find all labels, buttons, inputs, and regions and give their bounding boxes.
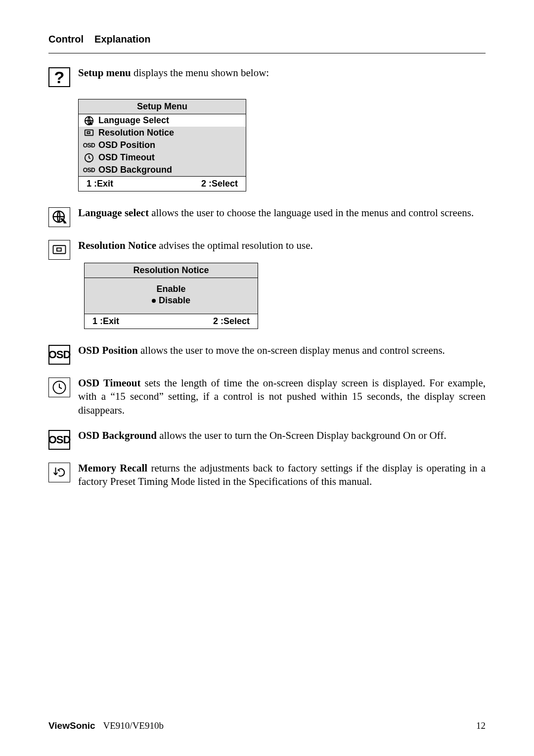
svg-rect-6	[57, 248, 61, 251]
section-language: Language select allows the user to choos…	[48, 206, 486, 227]
language-text: allows the user to choose the language u…	[149, 207, 474, 219]
setup-menu-title: Setup Menu	[79, 99, 246, 114]
menu-item-osd-position[interactable]: OSD OSD Position	[79, 139, 246, 151]
section-setup-menu: ? Setup menu displays the menu shown bel…	[48, 66, 486, 87]
footer-brand: ViewSonic	[48, 720, 95, 731]
setup-menu-text: displays the menu shown below:	[131, 67, 269, 79]
menu-item-language[interactable]: Language Select	[79, 114, 246, 127]
clock-icon	[48, 378, 70, 397]
language-bold: Language select	[78, 207, 149, 219]
section-osd-position: OSD OSD Position allows the user to move…	[48, 344, 486, 365]
menu-item-label: OSD Background	[98, 165, 172, 175]
resolution-text: advises the optimal resolution to use.	[156, 239, 313, 251]
menu-item-label: OSD Position	[98, 140, 155, 150]
menu-item-osd-timeout[interactable]: OSD Timeout	[79, 151, 246, 164]
resolution-menu-box: Resolution Notice Enable Disable 1 :Exit…	[84, 263, 258, 329]
globe-icon	[48, 207, 70, 227]
menu-item-osd-background[interactable]: OSD OSD Background	[79, 164, 246, 176]
section-memory-recall: Memory Recall returns the adjustments ba…	[48, 462, 486, 489]
osd-text-icon: OSD	[48, 345, 70, 365]
setup-menu-bold: Setup menu	[78, 67, 131, 79]
bullet-icon	[152, 299, 156, 303]
setup-menu-box: Setup Menu Language Select Resolution No…	[78, 99, 246, 191]
menu-footer-select[interactable]: 2 :Select	[213, 316, 250, 327]
menu-footer-exit[interactable]: 1 :Exit	[92, 316, 119, 327]
page-header: ControlExplanation	[48, 34, 486, 53]
resolution-enable[interactable]: Enable	[85, 284, 258, 294]
menu-footer-exit[interactable]: 1 :Exit	[87, 179, 113, 189]
section-osd-background: OSD OSD Background allows the user to tu…	[48, 429, 486, 450]
section-osd-timeout: OSD Timeout sets the length of time the …	[48, 377, 486, 417]
monitor-icon	[84, 128, 94, 138]
page-footer: ViewSonic VE910/VE910b 12	[48, 720, 486, 731]
resolution-bold: Resolution Notice	[78, 239, 156, 251]
question-icon: ?	[48, 67, 70, 87]
osd-position-text: allows the user to move the on-screen di…	[138, 344, 445, 356]
menu-footer-select[interactable]: 2 :Select	[201, 179, 238, 189]
globe-icon	[84, 116, 94, 126]
osd-background-text: allows the user to turn the On-Screen Di…	[157, 429, 446, 441]
header-explanation: Explanation	[94, 34, 150, 45]
resolution-disable[interactable]: Disable	[85, 295, 258, 306]
svg-rect-2	[87, 132, 90, 134]
header-control: Control	[48, 34, 84, 45]
osd-position-bold: OSD Position	[78, 344, 138, 356]
menu-item-label: OSD Timeout	[98, 152, 155, 163]
recall-icon	[48, 463, 70, 482]
resolution-title: Resolution Notice	[85, 263, 258, 278]
svg-rect-1	[85, 130, 93, 135]
osd-text-icon: OSD	[84, 165, 94, 175]
osd-background-bold: OSD Background	[78, 429, 157, 441]
footer-model: VE910/VE910b	[103, 720, 164, 731]
svg-rect-5	[53, 245, 66, 253]
menu-item-label: Language Select	[98, 115, 169, 126]
memory-recall-bold: Memory Recall	[78, 462, 147, 474]
section-resolution: Resolution Notice advises the optimal re…	[48, 239, 486, 260]
menu-item-resolution[interactable]: Resolution Notice	[79, 127, 246, 139]
clock-icon	[84, 153, 94, 163]
osd-text-icon: OSD	[84, 141, 94, 150]
osd-timeout-bold: OSD Timeout	[78, 377, 140, 389]
osd-text-icon: OSD	[48, 430, 70, 450]
monitor-icon	[48, 240, 70, 260]
footer-page-number: 12	[476, 720, 486, 731]
menu-item-label: Resolution Notice	[98, 128, 174, 138]
